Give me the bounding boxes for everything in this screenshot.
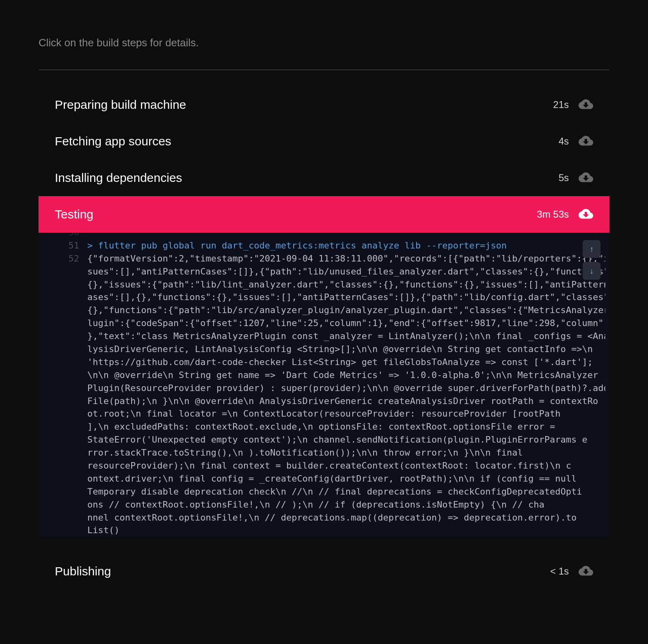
log-line: 52{"formatVersion":2,"timestamp":"2021-0… xyxy=(39,252,609,265)
log-line: 'https://github.com/dart-code-checker Li… xyxy=(39,356,609,369)
line-number xyxy=(63,304,87,317)
log-line: },"text":"class MetricsAnalyzerPlugin co… xyxy=(39,330,609,343)
log-line: ases":[],{},"functions":{},"issues":[],"… xyxy=(39,291,609,304)
line-number xyxy=(63,485,87,498)
step-duration: < 1s xyxy=(550,566,569,577)
step-title: Publishing xyxy=(55,564,550,578)
step-title: Installing dependencies xyxy=(55,171,559,185)
log-line: Temporary disable deprecation check\n //… xyxy=(39,485,609,498)
log-line: lugin":{"codeSpan":{"offset":1207,"line"… xyxy=(39,317,609,330)
log-line: Plugin(ResourceProvider provider) : supe… xyxy=(39,382,609,395)
download-icon[interactable] xyxy=(579,172,593,184)
build-step-row[interactable]: Preparing build machine21s xyxy=(39,86,609,123)
line-number xyxy=(63,317,87,330)
line-content: ],\n excludedPaths: contextRoot.exclude,… xyxy=(87,420,605,433)
build-step-row[interactable]: Installing dependencies5s xyxy=(39,160,609,196)
build-step-row[interactable]: Publishing< 1s xyxy=(39,553,609,590)
step-duration: 21s xyxy=(553,99,569,110)
step-duration: 3m 53s xyxy=(537,209,569,220)
log-line: \n\n @override\n String get name => 'Dar… xyxy=(39,369,609,382)
line-number xyxy=(63,407,87,420)
line-number xyxy=(63,511,87,524)
line-content: ases":[],{},"functions":{},"issues":[],"… xyxy=(87,291,605,304)
log-line: sues":[],"antiPatternCases":[]},{"path":… xyxy=(39,265,609,278)
log-output: ↑↓5051> flutter pub global run dart_code… xyxy=(39,233,609,537)
line-content: resourceProvider);\n final context = bui… xyxy=(87,459,605,472)
line-content: sues":[],"antiPatternCases":[]},{"path":… xyxy=(87,265,605,278)
line-content: \n\n @override\n String get name => 'Dar… xyxy=(87,369,605,382)
log-line: ot.root;\n final locator =\n ContextLoca… xyxy=(39,407,609,420)
log-line: File(path);\n }\n\n @override\n Analysis… xyxy=(39,395,609,408)
log-line: resourceProvider);\n final context = bui… xyxy=(39,459,609,472)
line-number xyxy=(63,369,87,382)
line-number: 52 xyxy=(63,252,87,265)
line-number xyxy=(63,446,87,459)
line-content: ontext.driver;\n final config = _createC… xyxy=(87,472,605,485)
log-line: 51> flutter pub global run dart_code_met… xyxy=(39,239,609,252)
download-icon[interactable] xyxy=(579,566,593,577)
line-content: ot.root;\n final locator =\n ContextLoca… xyxy=(87,407,605,420)
line-number xyxy=(63,382,87,395)
line-content: {},"issues":{"path":"lib/lint_analyzer.d… xyxy=(87,278,605,291)
line-content: Plugin(ResourceProvider provider) : supe… xyxy=(87,382,605,395)
step-duration: 5s xyxy=(559,172,569,184)
line-number xyxy=(63,343,87,356)
line-content: lysisDriverGeneric, LintAnalysisConfig <… xyxy=(87,343,605,356)
step-title: Preparing build machine xyxy=(55,98,553,112)
line-content: ons // contextRoot.optionsFile!,\n // );… xyxy=(87,498,605,511)
line-content: 'https://github.com/dart-code-checker Li… xyxy=(87,356,605,369)
line-content: Temporary disable deprecation check\n //… xyxy=(87,485,605,498)
step-title: Testing xyxy=(55,207,537,221)
line-content: lugin":{"codeSpan":{"offset":1207,"line"… xyxy=(87,317,605,330)
header-instructions: Click on the build steps for details. xyxy=(39,37,609,49)
build-steps-list: Preparing build machine21s Fetching app … xyxy=(39,86,609,590)
scroll-up-button[interactable]: ↑ xyxy=(583,240,600,258)
build-step-row[interactable]: Testing3m 53s xyxy=(39,196,609,233)
log-line: rror.stackTrace.toString(),\n ).toNotifi… xyxy=(39,446,609,459)
line-content: > flutter pub global run dart_code_metri… xyxy=(87,239,605,252)
download-icon[interactable] xyxy=(579,209,593,220)
line-number xyxy=(63,265,87,278)
line-number xyxy=(63,420,87,433)
log-line: nnel contextRoot.optionsFile!,\n // depr… xyxy=(39,511,609,524)
line-number xyxy=(63,472,87,485)
log-line: ],\n excludedPaths: contextRoot.exclude,… xyxy=(39,420,609,433)
log-line: ons // contextRoot.optionsFile!,\n // );… xyxy=(39,498,609,511)
log-line: {},"functions":{"path":"lib/src/analyzer… xyxy=(39,304,609,317)
log-line: 50 xyxy=(39,233,609,239)
log-line: StateError('Unexpected empty context');\… xyxy=(39,433,609,446)
line-number xyxy=(63,524,87,537)
line-number xyxy=(63,291,87,304)
divider xyxy=(39,69,609,70)
line-content: {"formatVersion":2,"timestamp":"2021-09-… xyxy=(87,252,605,265)
line-content: rror.stackTrace.toString(),\n ).toNotifi… xyxy=(87,446,605,459)
build-step-row[interactable]: Fetching app sources4s xyxy=(39,123,609,160)
step-duration: 4s xyxy=(559,136,569,147)
log-line: ontext.driver;\n final config = _createC… xyxy=(39,472,609,485)
line-number xyxy=(63,395,87,408)
line-number: 50 xyxy=(63,233,87,239)
log-line: lysisDriverGeneric, LintAnalysisConfig <… xyxy=(39,343,609,356)
line-content: },"text":"class MetricsAnalyzerPlugin co… xyxy=(87,330,605,343)
line-content: List() xyxy=(87,524,605,537)
line-number: 51 xyxy=(63,239,87,252)
line-content: StateError('Unexpected empty context');\… xyxy=(87,433,605,446)
line-number xyxy=(63,498,87,511)
step-title: Fetching app sources xyxy=(55,134,559,148)
line-number xyxy=(63,356,87,369)
download-icon[interactable] xyxy=(579,136,593,147)
line-number xyxy=(63,433,87,446)
line-content: {},"functions":{"path":"lib/src/analyzer… xyxy=(87,304,605,317)
log-line: List() xyxy=(39,524,609,537)
line-number xyxy=(63,459,87,472)
scroll-down-button[interactable]: ↓ xyxy=(583,262,600,280)
line-number xyxy=(63,330,87,343)
line-content xyxy=(87,233,605,239)
log-scroll-buttons: ↑↓ xyxy=(583,240,600,280)
download-icon[interactable] xyxy=(579,99,593,110)
line-number xyxy=(63,278,87,291)
log-line: {},"issues":{"path":"lib/lint_analyzer.d… xyxy=(39,278,609,291)
line-content: File(path);\n }\n\n @override\n Analysis… xyxy=(87,395,605,408)
line-content: nnel contextRoot.optionsFile!,\n // depr… xyxy=(87,511,605,524)
